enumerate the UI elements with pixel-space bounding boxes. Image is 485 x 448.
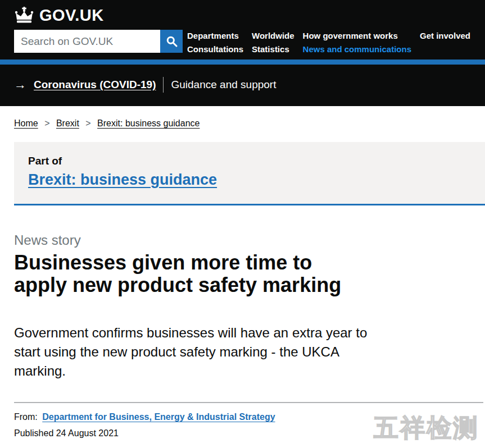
- breadcrumb-brexit-business-guidance[interactable]: Brexit: business guidance: [97, 118, 200, 128]
- crown-icon: [14, 7, 34, 24]
- article-lead: Government confirms businesses will have…: [14, 323, 371, 381]
- nav-link-how-government-works[interactable]: How government works: [303, 31, 398, 40]
- search-form: [14, 30, 183, 53]
- covid-banner-divider: [163, 77, 164, 93]
- from-row: From: Department for Business, Energy & …: [14, 412, 485, 422]
- part-of-label: Part of: [28, 155, 471, 167]
- covid-banner: → Coronavirus (COVID-19) Guidance and su…: [0, 65, 485, 106]
- page-title: Businesses given more time to apply new …: [14, 252, 368, 296]
- header-accent-bar: [0, 60, 485, 65]
- arrow-right-icon: →: [14, 79, 26, 91]
- nav-link-get-involved[interactable]: Get involved: [420, 31, 470, 40]
- article: News story Businesses given more time to…: [14, 232, 485, 438]
- article-caption: News story: [14, 232, 485, 248]
- logo-text: GOV.UK: [39, 6, 104, 25]
- breadcrumb: Home > Brexit > Brexit: business guidanc…: [14, 118, 471, 129]
- covid-banner-link[interactable]: Coronavirus (COVID-19): [34, 79, 156, 91]
- covid-banner-text: Guidance and support: [171, 79, 276, 91]
- nav-link-departments[interactable]: Departments: [187, 31, 239, 40]
- nav-link-news-and-communications[interactable]: News and communications: [303, 44, 411, 54]
- from-department-link[interactable]: Department for Business, Energy & Indust…: [42, 412, 275, 422]
- breadcrumb-separator: >: [44, 118, 49, 128]
- from-label: From:: [14, 412, 38, 422]
- breadcrumb-home[interactable]: Home: [14, 118, 38, 128]
- nav-link-worldwide[interactable]: Worldwide: [252, 31, 294, 40]
- nav-link-consultations[interactable]: Consultations: [187, 44, 243, 54]
- part-of-link[interactable]: Brexit: business guidance: [28, 171, 217, 189]
- header-bottom: Departments Worldwide How government wor…: [14, 30, 470, 54]
- search-input[interactable]: [14, 30, 160, 53]
- meta-divider: [14, 402, 483, 403]
- part-of-panel: Part of Brexit: business guidance: [14, 142, 485, 205]
- breadcrumb-separator: >: [85, 118, 90, 128]
- search-button[interactable]: [160, 30, 183, 53]
- published-date: Published 24 August 2021: [14, 428, 485, 438]
- govuk-logo[interactable]: GOV.UK: [14, 4, 470, 26]
- breadcrumb-brexit[interactable]: Brexit: [56, 118, 79, 128]
- header-nav: Departments Worldwide How government wor…: [187, 30, 470, 54]
- nav-link-statistics[interactable]: Statistics: [252, 44, 289, 54]
- search-icon: [166, 35, 178, 47]
- site-header: GOV.UK Departments Worldwide How governm…: [0, 0, 485, 60]
